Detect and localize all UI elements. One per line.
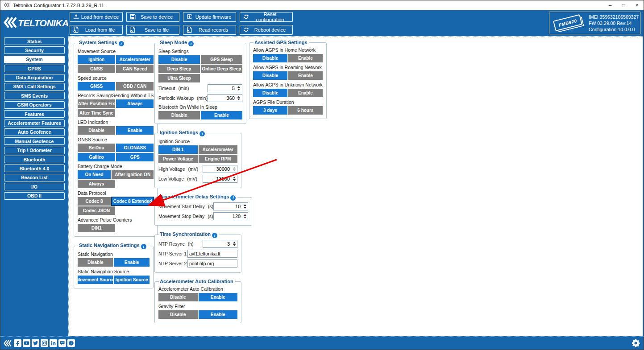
gear-icon[interactable] [632,339,640,347]
option-button-movement-source[interactable]: Movement Source [78,276,113,284]
option-button-enable[interactable]: Enable [201,111,242,119]
minimize-button[interactable]: – [603,0,617,10]
option-button-gps-sleep[interactable]: GPS Sleep [201,55,242,64]
option-button-ignition[interactable]: Ignition [78,55,115,64]
spin-arrows[interactable] [242,213,248,220]
spin-up-icon[interactable] [244,204,246,206]
toolbar-button-read-records[interactable]: Read records [183,25,236,35]
option-button-din1[interactable]: DIN1 [78,224,115,232]
option-button-disable[interactable]: Disable [253,71,287,80]
option-button-disable[interactable]: Disable [158,111,200,119]
option-button-3-days[interactable]: 3 days [253,106,287,115]
sidebar-item-beacon-list[interactable]: Beacon List [4,174,65,181]
toolbar-button-reboot-device[interactable]: Reboot device [240,25,293,35]
option-button-enable[interactable]: Enable [199,293,238,301]
option-button-online-deep-sleep[interactable]: Online Deep Sleep [201,65,242,73]
spin-up-icon[interactable] [233,167,236,169]
info-icon[interactable]: i [188,41,194,46]
teltonika-chevrons-icon[interactable] [3,339,12,347]
toolbar-button-update-firmware[interactable]: Update firmware [183,12,236,22]
info-icon[interactable]: i [212,233,217,238]
sidebar-item-bluetooth-4-0[interactable]: Bluetooth 4.0 [4,165,65,172]
sidebar-item-bluetooth[interactable]: Bluetooth [4,156,65,163]
spin-down-icon[interactable] [237,99,240,100]
spin-input-ntp-resync[interactable]: 3 [203,240,237,248]
option-button-enable[interactable]: Enable [288,71,323,80]
sidebar-item-manual-geofence[interactable]: Manual Geofence [4,137,65,145]
spin-arrows[interactable] [242,203,248,210]
sidebar-item-data-acquisition[interactable]: Data Acquisition [4,74,65,82]
sidebar-item-status[interactable]: Status [4,37,65,45]
option-button-din-1[interactable]: DIN 1 [158,145,198,154]
close-button[interactable]: × [630,0,644,10]
info-circle-icon[interactable] [67,339,75,347]
twitter-icon[interactable] [32,339,39,347]
info-icon[interactable]: i [199,131,205,136]
option-button-always[interactable]: Always [78,180,115,188]
spin-up-icon[interactable] [233,177,236,178]
spin-down-icon[interactable] [237,89,240,91]
youtube-icon[interactable] [23,339,30,347]
option-button-6-hours[interactable]: 6 hours [288,106,323,115]
sidebar-item-features[interactable]: Features [4,110,65,118]
spin-input-movement-stop-delay[interactable]: 120 [213,212,248,220]
spin-input-periodic-wakeup[interactable]: 360 [208,94,242,102]
option-button-gps[interactable]: GPS [116,153,154,161]
toolbar-button-load-from-file[interactable]: Load from file [70,25,123,35]
option-button-codec-8[interactable]: Codec 8 [78,197,111,206]
option-button-ultra-sleep[interactable]: Ultra Sleep [158,74,200,82]
sidebar-item-sms-call-settings[interactable]: SMS \ Call Settings [4,83,65,91]
option-button-after-time-sync[interactable]: After Time Sync [78,109,115,117]
sidebar-item-i-o[interactable]: I/O [4,183,65,190]
spin-up-icon[interactable] [237,96,240,98]
option-button-enable[interactable]: Enable [199,310,238,319]
option-button-disable[interactable]: Disable [158,293,198,301]
option-button-codec-8-extended[interactable]: Codec 8 Extended [112,197,154,206]
option-button-accelerometer[interactable]: Accelerometer [199,145,238,154]
option-button-disable[interactable]: Disable [253,54,287,62]
spin-input-high-voltage[interactable]: 30000 [203,165,237,173]
sidebar-item-obd-ii[interactable]: OBD II [4,192,65,200]
instagram-icon[interactable] [41,339,48,347]
option-button-always[interactable]: Always [116,99,154,108]
spin-down-icon[interactable] [233,179,236,181]
sidebar-item-gsm-operators[interactable]: GSM Operators [4,101,65,109]
info-icon[interactable]: i [119,41,124,46]
toolbar-button-save-to-file[interactable]: Save to file [126,25,179,35]
spin-up-icon[interactable] [237,86,240,88]
sidebar-item-gprs[interactable]: GPRS [4,65,65,72]
maximize-button[interactable]: □ [617,0,630,10]
option-button-disable[interactable]: Disable [78,126,115,135]
spin-arrows[interactable] [231,165,237,173]
option-button-after-position-fix[interactable]: After Position Fix [78,99,115,108]
option-button-glonass[interactable]: GLONASS [116,144,154,152]
option-button-deep-sleep[interactable]: Deep Sleep [158,65,200,73]
spin-input-movement-start-delay[interactable]: 10 [213,202,248,210]
option-button-disable[interactable]: Disable [78,258,113,267]
sidebar-item-accelerometer-features[interactable]: Accelerometer Features [4,119,65,127]
option-button-accelerometer[interactable]: Accelerometer [116,55,154,64]
spin-arrows[interactable] [236,85,242,92]
toolbar-button-reset-configuration[interactable]: Reset configuration [240,12,293,22]
linkedin-icon[interactable] [50,339,57,347]
spin-up-icon[interactable] [233,242,236,243]
option-button-disable[interactable]: Disable [158,55,200,64]
option-button-beidou[interactable]: BeiDou [78,144,115,152]
toolbar-button-load-from-device[interactable]: Load from device [70,12,123,22]
option-button-enable[interactable]: Enable [288,89,323,97]
spin-up-icon[interactable] [244,214,246,216]
sidebar-item-auto-geofence[interactable]: Auto Geofence [4,128,65,136]
facebook-icon[interactable] [14,339,21,347]
option-button-codec-json[interactable]: Codec JSON [78,206,115,215]
option-button-gnss[interactable]: GNSS [78,65,115,73]
sidebar-item-system[interactable]: System [4,56,65,63]
spin-down-icon[interactable] [244,207,246,209]
option-button-obd-can[interactable]: OBD / CAN [116,82,154,91]
option-button-disable[interactable]: Disable [158,310,198,319]
option-button-enable[interactable]: Enable [114,258,149,267]
spin-down-icon[interactable] [244,217,246,218]
toolbar-button-save-to-device[interactable]: Save to device [126,12,179,22]
spin-down-icon[interactable] [233,244,236,246]
spin-arrows[interactable] [231,240,237,247]
spin-input-low-voltage[interactable]: 13500 [203,175,237,183]
